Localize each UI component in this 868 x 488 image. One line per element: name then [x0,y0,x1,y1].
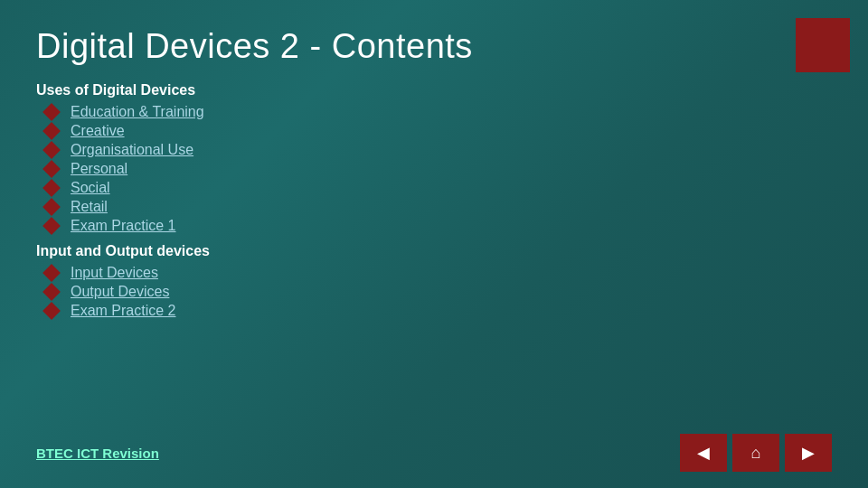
section-2-heading: Input and Output devices [36,243,832,259]
list-item[interactable]: Retail [45,199,832,215]
bullet-diamond [42,122,61,140]
section-io: Input and Output devices Input Devices O… [36,243,832,319]
list-item[interactable]: Education & Training [45,104,832,120]
top-right-decoration [796,18,850,72]
section-1-list: Education & Training Creative Organisati… [45,104,832,234]
page-title: Digital Devices 2 - Contents [36,27,832,66]
link-personal[interactable]: Personal [71,161,127,177]
nav-buttons: ◀ ⌂ ▶ [680,434,832,472]
link-social[interactable]: Social [71,180,110,196]
list-item[interactable]: Input Devices [45,265,832,281]
bullet-diamond [42,264,61,282]
bullet-diamond [42,160,61,178]
list-item[interactable]: Organisational Use [45,142,832,158]
nav-next-button[interactable]: ▶ [785,434,832,472]
link-exam-1[interactable]: Exam Practice 1 [71,218,175,234]
list-item[interactable]: Exam Practice 1 [45,218,832,234]
link-input-devices[interactable]: Input Devices [71,265,158,281]
link-education-training[interactable]: Education & Training [71,104,204,120]
list-item[interactable]: Output Devices [45,284,832,300]
bullet-diamond [42,302,61,320]
link-exam-2[interactable]: Exam Practice 2 [71,303,175,319]
list-item[interactable]: Creative [45,123,832,139]
section-1-heading: Uses of Digital Devices [36,82,832,99]
section-uses: Uses of Digital Devices Education & Trai… [36,82,832,234]
list-item[interactable]: Exam Practice 2 [45,303,832,319]
bottom-bar: BTEC ICT Revision ◀ ⌂ ▶ [0,434,868,472]
list-item[interactable]: Personal [45,161,832,177]
bullet-diamond [42,179,61,197]
bullet-diamond [42,198,61,216]
bullet-diamond [42,141,61,159]
link-output-devices[interactable]: Output Devices [71,284,169,300]
nav-prev-button[interactable]: ◀ [680,434,727,472]
btec-label[interactable]: BTEC ICT Revision [36,446,159,461]
nav-home-button[interactable]: ⌂ [732,434,779,472]
link-organisational[interactable]: Organisational Use [71,142,193,158]
bullet-diamond [42,217,61,235]
link-creative[interactable]: Creative [71,123,125,139]
link-retail[interactable]: Retail [71,199,108,215]
list-item[interactable]: Social [45,180,832,196]
bullet-diamond [42,103,61,121]
section-2-list: Input Devices Output Devices Exam Practi… [45,265,832,319]
bullet-diamond [42,283,61,301]
